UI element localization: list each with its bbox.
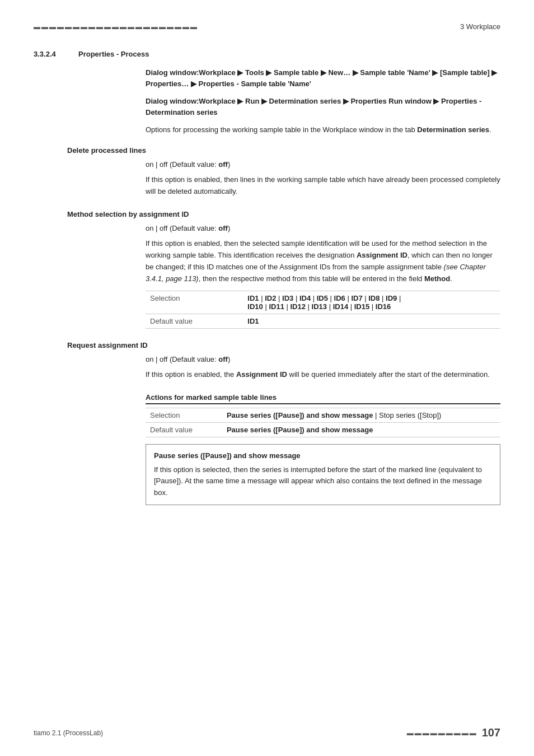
- property-delete-title: Delete processed lines: [67, 146, 500, 155]
- intro-description: Options for processing the working sampl…: [146, 124, 500, 136]
- table-row: Selection ID1 | ID2 | ID3 | ID4 | ID5 | …: [146, 291, 500, 314]
- table-row: Default value Pause series ([Pause]) and…: [146, 422, 500, 437]
- actions-table: Selection Pause series ([Pause]) and sho…: [146, 408, 500, 437]
- section-title: Properties - Process: [78, 50, 149, 58]
- request-assignment-content: on | off (Default value: off) If this op…: [146, 354, 500, 381]
- property-method-selection: Method selection by assignment ID on | o…: [34, 210, 500, 329]
- table-label: Default value: [146, 314, 243, 328]
- page-number: 107: [482, 726, 500, 739]
- request-value-line: on | off (Default value: off): [146, 354, 500, 365]
- property-request-assignment: Request assignment ID on | off (Default …: [34, 341, 500, 381]
- table-value: Pause series ([Pause]) and show message: [222, 422, 500, 437]
- dialog-path-1: Dialog window:Workplace ▶ Tools ▶ Sample…: [146, 67, 500, 89]
- footer-dashes: ▬▬▬▬▬▬▬▬▬: [407, 729, 477, 737]
- table-label: Default value: [146, 422, 222, 437]
- request-description: If this option is enabled, the Assignmen…: [146, 369, 500, 381]
- sub-option-description: If this option is selected, then the ser…: [154, 464, 492, 499]
- header-dash: ▬▬▬▬▬▬▬▬▬▬▬▬▬▬▬▬▬▬▬▬▬: [34, 23, 198, 31]
- request-assignment-title: Request assignment ID: [67, 341, 500, 349]
- header-chapter: 3 Workplace: [460, 22, 500, 31]
- footer-left: tiamo 2.1 (ProcessLab): [34, 729, 103, 737]
- footer: tiamo 2.1 (ProcessLab) ▬▬▬▬▬▬▬▬▬ 107: [34, 726, 500, 739]
- dialog-block-2: Dialog window:Workplace ▶ Run ▶ Determin…: [146, 96, 500, 118]
- section-heading: 3.3.2.4 Properties - Process: [34, 50, 500, 58]
- section-number: 3.3.2.4: [34, 50, 67, 58]
- table-value: Pause series ([Pause]) and show message …: [222, 408, 500, 422]
- table-label: Selection: [146, 291, 243, 314]
- table-value: ID1: [243, 314, 500, 328]
- table-row: Selection Pause series ([Pause]) and sho…: [146, 408, 500, 422]
- method-selection-table: Selection ID1 | ID2 | ID3 | ID4 | ID5 | …: [146, 291, 500, 329]
- table-row: Default value ID1: [146, 314, 500, 328]
- method-value-line: on | off (Default value: off): [146, 223, 500, 234]
- property-delete-content: on | off (Default value: off) If this op…: [146, 159, 500, 198]
- method-selection-content: on | off (Default value: off) If this op…: [146, 223, 500, 329]
- actions-section: Actions for marked sample table lines Se…: [34, 393, 500, 505]
- actions-content: Actions for marked sample table lines Se…: [146, 393, 500, 505]
- sub-option-title: Pause series ([Pause]) and show message: [154, 450, 492, 462]
- sub-option-box: Pause series ([Pause]) and show message …: [146, 444, 500, 505]
- property-delete-processed: Delete processed lines on | off (Default…: [34, 146, 500, 198]
- delete-value-line: on | off (Default value: off): [146, 159, 500, 170]
- method-selection-title: Method selection by assignment ID: [67, 210, 500, 218]
- table-value: ID1 | ID2 | ID3 | ID4 | ID5 | ID6 | ID7 …: [243, 291, 500, 314]
- header-dashes: ▬▬▬▬▬▬▬▬▬▬▬▬▬▬▬▬▬▬▬▬▬: [34, 23, 198, 31]
- actions-heading: Actions for marked sample table lines: [146, 393, 500, 404]
- footer-right: ▬▬▬▬▬▬▬▬▬ 107: [407, 726, 500, 739]
- dialog-path-2: Dialog window:Workplace ▶ Run ▶ Determin…: [146, 96, 500, 118]
- table-label: Selection: [146, 408, 222, 422]
- top-header: ▬▬▬▬▬▬▬▬▬▬▬▬▬▬▬▬▬▬▬▬▬ 3 Workplace: [34, 22, 500, 33]
- delete-description: If this option is enabled, then lines in…: [146, 174, 500, 198]
- method-description: If this option is enabled, then the sele…: [146, 238, 500, 284]
- page: ▬▬▬▬▬▬▬▬▬▬▬▬▬▬▬▬▬▬▬▬▬ 3 Workplace 3.3.2.…: [0, 0, 534, 756]
- dialog-block-1: Dialog window:Workplace ▶ Tools ▶ Sample…: [146, 67, 500, 89]
